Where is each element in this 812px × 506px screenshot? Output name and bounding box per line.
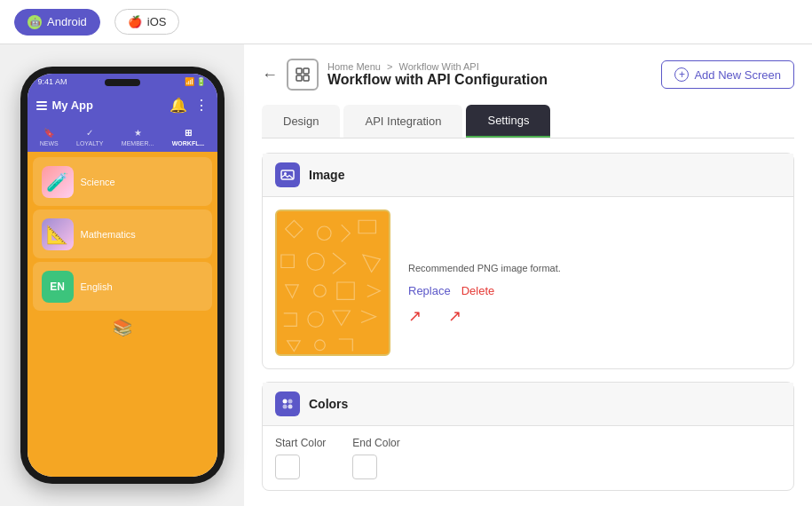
end-color-field: End Color: [352, 437, 399, 479]
loyalty-nav-icon: ✓: [83, 126, 96, 138]
english-card[interactable]: EN English: [33, 262, 212, 311]
svg-point-5: [284, 172, 287, 175]
member-nav-icon: ★: [131, 126, 144, 138]
delete-link[interactable]: Delete: [461, 284, 495, 297]
phone-screen: 9:41 AM 📶 🔋 My App 🔔 ⋮: [28, 74, 217, 477]
panel-header: ← Home Menu > Workflow With API: [262, 59, 794, 91]
more-icon: ⋮: [194, 97, 209, 114]
palette-icon: [280, 397, 295, 411]
breadcrumb: Home Menu > Workflow With API: [327, 61, 548, 72]
nav-item-loyalty[interactable]: ✓ LOYALTY: [76, 126, 103, 146]
phone-bottom-decor: 📚: [33, 314, 212, 341]
workflow-nav-icon: ⊞: [182, 126, 194, 138]
image-section-title: Image: [309, 168, 344, 182]
back-arrow-icon[interactable]: ←: [262, 66, 278, 84]
svg-rect-0: [296, 68, 302, 74]
color-fields: Start Color End Color: [275, 437, 781, 479]
member-nav-label: MEMBER...: [122, 140, 154, 146]
science-card[interactable]: 🧪 Science: [33, 157, 212, 206]
panel-title-group: Home Menu > Workflow With API Workflow w…: [327, 61, 548, 88]
image-section-header: Image: [263, 154, 793, 197]
workflow-icon: [295, 67, 311, 83]
status-time: 9:41 AM: [38, 77, 67, 86]
svg-point-12: [283, 399, 288, 404]
colors-section-body: Start Color End Color: [263, 426, 793, 490]
image-section-body: Recommended PNG image format. Replace De…: [263, 197, 793, 368]
news-nav-icon: 🔖: [43, 126, 55, 138]
svg-point-13: [288, 399, 293, 404]
mathematics-label: Mathematics: [81, 229, 136, 240]
start-color-field: Start Color: [275, 437, 326, 479]
android-icon: 🤖: [28, 15, 42, 29]
main-layout: 9:41 AM 📶 🔋 My App 🔔 ⋮: [0, 44, 812, 506]
replace-link[interactable]: Replace: [408, 284, 451, 297]
end-color-label: End Color: [352, 437, 399, 449]
image-section-card: Image: [262, 153, 794, 369]
english-label: English: [81, 281, 113, 292]
breadcrumb-page: Workflow With API: [398, 61, 478, 72]
delete-arrow-icon: ↗: [448, 306, 461, 326]
colors-section-card: Colors Start Color End Color: [262, 382, 794, 491]
app-title: My App: [52, 99, 93, 112]
workflow-nav-label: WORKFL...: [172, 140, 205, 146]
science-icon: 🧪: [42, 166, 74, 198]
colors-section-icon: [275, 391, 300, 416]
image-format-hint: Recommended PNG image format.: [408, 263, 561, 273]
android-label: Android: [47, 15, 87, 28]
app-header-right: 🔔 ⋮: [169, 97, 209, 114]
panel-header-left: ← Home Menu > Workflow With API: [262, 59, 548, 91]
phone-frame: 9:41 AM 📶 🔋 My App 🔔 ⋮: [20, 67, 225, 484]
svg-rect-3: [304, 75, 309, 81]
colors-section-title: Colors: [309, 397, 348, 411]
ios-platform-btn[interactable]: 🍎 iOS: [114, 9, 180, 35]
status-icons: 📶 🔋: [185, 77, 207, 86]
bell-icon: 🔔: [169, 97, 187, 114]
phone-preview-area: 9:41 AM 📶 🔋 My App 🔔 ⋮: [0, 44, 244, 506]
right-panel: ← Home Menu > Workflow With API: [244, 44, 812, 506]
image-preview-area: Recommended PNG image format. Replace De…: [275, 210, 781, 356]
ios-label: iOS: [147, 15, 167, 28]
math-icon: 📐: [42, 218, 74, 250]
news-nav-label: NEWS: [40, 140, 59, 146]
android-platform-btn[interactable]: 🤖 Android: [14, 9, 100, 36]
hamburger-icon: [36, 101, 47, 110]
tab-design[interactable]: Design: [262, 105, 340, 138]
plus-circle-icon: +: [674, 67, 689, 82]
phone-app-header: My App 🔔 ⋮: [28, 90, 217, 121]
breadcrumb-separator: >: [387, 61, 392, 72]
image-pattern-svg: [277, 211, 389, 354]
add-new-screen-button[interactable]: + Add New Screen: [661, 60, 794, 89]
end-color-swatch[interactable]: [352, 455, 377, 479]
tabs-row: Design API Integration Settings: [262, 105, 794, 138]
app-header-left: My App: [36, 99, 93, 112]
add-new-screen-label: Add New Screen: [694, 68, 781, 82]
image-links: Replace Delete: [408, 284, 561, 297]
svg-rect-2: [296, 75, 302, 81]
start-color-swatch[interactable]: [275, 455, 300, 479]
english-icon: EN: [42, 271, 74, 303]
colors-section-header: Colors: [263, 383, 793, 426]
replace-arrow-icon: ↗: [408, 306, 422, 326]
tab-settings[interactable]: Settings: [466, 105, 550, 138]
start-color-label: Start Color: [275, 437, 326, 449]
svg-point-15: [288, 405, 293, 409]
image-preview-box: [275, 210, 390, 356]
svg-point-14: [283, 405, 288, 409]
panel-title: Workflow with API Configuration: [327, 72, 548, 88]
svg-rect-1: [304, 68, 309, 74]
workflow-icon-box: [287, 59, 319, 91]
breadcrumb-home: Home Menu: [327, 61, 381, 72]
nav-item-member[interactable]: ★ MEMBER...: [122, 126, 154, 146]
nav-item-workflow[interactable]: ⊞ WORKFL...: [172, 126, 205, 146]
image-actions: Recommended PNG image format. Replace De…: [408, 210, 561, 326]
tab-api-integration[interactable]: API Integration: [343, 105, 462, 138]
loyalty-nav-label: LOYALTY: [76, 140, 103, 146]
phone-nav-bar: 🔖 NEWS ✓ LOYALTY ★ MEMBER... ⊞ WORKFL...: [28, 121, 217, 152]
image-section-icon: [275, 162, 300, 187]
apple-icon: 🍎: [128, 15, 142, 28]
mathematics-card[interactable]: 📐 Mathematics: [33, 210, 212, 258]
image-icon: [280, 168, 295, 182]
arrow-indicators: ↗ ↗: [408, 306, 561, 326]
phone-content: 🧪 Science 📐 Mathematics EN English 📚: [28, 152, 217, 477]
nav-item-news[interactable]: 🔖 NEWS: [40, 126, 59, 146]
